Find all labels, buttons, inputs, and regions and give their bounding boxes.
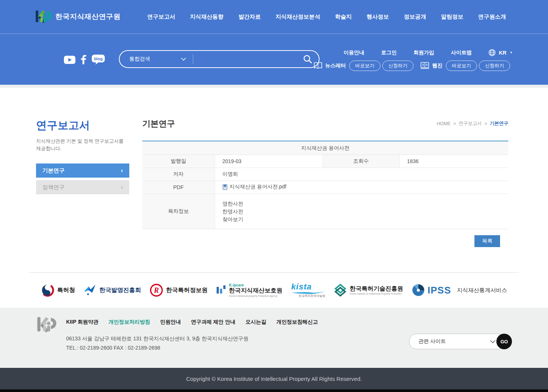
nav-item-journal[interactable]: 학술지 [335, 13, 352, 20]
sidebar-menu: 기본연구 › 정책연구 › [36, 163, 129, 194]
globe-icon [489, 49, 496, 56]
sidebar-item-policy-research[interactable]: 정책연구 › [36, 180, 129, 194]
blog-icon[interactable]: blog [92, 55, 105, 65]
webzine-label: 웹진 [432, 62, 442, 69]
list-button[interactable]: 목록 [474, 235, 500, 247]
link-login[interactable]: 로그인 [381, 49, 397, 56]
toc-value: 영한사전 한영사전 찾아보기 [215, 194, 508, 229]
chevron-down-icon [490, 340, 496, 343]
newsletter-label: 뉴스레터 [325, 62, 346, 69]
nav-item-notices[interactable]: 알림정보 [441, 13, 463, 20]
link-user-guide[interactable]: 이용안내 [344, 49, 364, 56]
newsletter-apply-button[interactable]: 신청하기 [382, 61, 414, 71]
footer-link-privacy[interactable]: 개인정보처리방침 [108, 319, 150, 325]
youtube-icon[interactable] [64, 56, 75, 64]
footer-link-terms[interactable]: KIIP 회원약관 [66, 319, 98, 325]
kipa-logo-icon [84, 284, 96, 297]
search-input[interactable] [193, 52, 302, 67]
partner-kipo[interactable]: 특허청 [41, 284, 75, 297]
search-bar: 통합검색 [119, 50, 320, 68]
partner-brand: K-ipcare [229, 283, 282, 287]
language-value: KR [499, 50, 506, 56]
newsletter-view-button[interactable]: 바로보기 [349, 61, 380, 71]
partner-ipss[interactable]: IPSS 지식재산통계서비스 [412, 284, 507, 297]
related-sites-value: 관련 사이트 [418, 338, 446, 345]
footer-links: KIIP 회원약관 개인정보처리방침 민원안내 연구과제 제안 안내 오시는길 … [66, 319, 318, 325]
partner-name: 한국지식재산보호원 [229, 287, 282, 294]
breadcrumb-research-reports[interactable]: 연구보고서 [458, 120, 482, 127]
partner-name: 한국발명진흥회 [99, 286, 141, 294]
nav-item-info-disclosure[interactable]: 정보공개 [404, 13, 426, 20]
table-row: PDF 지식재산권 용어사전.pdf [142, 181, 508, 194]
link-sitemap[interactable]: 사이트맵 [451, 49, 472, 56]
search-category-select[interactable]: 통합검색 [120, 56, 193, 62]
breadcrumb-current: 기본연구 [490, 120, 508, 127]
partner-name: 한국특허기술진흥원 [350, 285, 403, 292]
kista-logo-text: kista [291, 282, 312, 291]
sidebar-item-basic-research[interactable]: 기본연구 › [36, 163, 129, 178]
nav-item-publications[interactable]: 발간자료 [239, 13, 261, 20]
facebook-icon[interactable] [81, 55, 86, 64]
language-selector[interactable]: KR ▼ [489, 49, 513, 56]
toc-line: 한영사전 [223, 208, 509, 216]
copyright-text: Copyright © Korea Institute of Intellect… [186, 376, 362, 382]
nav-item-research-reports[interactable]: 연구보고서 [147, 13, 175, 20]
webzine-apply-button[interactable]: 신청하기 [479, 61, 510, 71]
author-label: 저자 [142, 168, 215, 181]
sidebar-item-label: 정책연구 [42, 184, 65, 191]
pdf-download-link[interactable]: 지식재산권 용어사전.pdf [223, 184, 286, 190]
footer-link-privacy-report[interactable]: 개인정보침해신고 [276, 319, 318, 325]
related-sites: 관련 사이트 GO [409, 334, 512, 349]
sidebar: 연구보고서 지식재산관련 기본 및 정책 연구보고서를 제공합니다. 기본연구 … [36, 120, 129, 197]
partner-subtitle: Korea Institute of Intellectual Property… [350, 292, 403, 295]
kipi-logo-icon: R [150, 284, 163, 297]
svg-text:blog: blog [94, 56, 103, 61]
link-signup[interactable]: 회원가입 [414, 49, 434, 56]
kiip-footer-logo-icon [36, 314, 58, 335]
partner-kipp[interactable]: 한국특허기술진흥원 Korea Institute of Intellectua… [334, 284, 403, 297]
partner-kista[interactable]: kista 한국특허전략개발원 [291, 282, 325, 298]
social-links: blog [64, 55, 105, 65]
footer-tel-fax: TEL : 02-2189-2600 FAX : 02-2189-2698 [66, 345, 160, 351]
search-category-value: 통합검색 [129, 56, 150, 62]
ipss-pie-icon [412, 284, 425, 297]
header-top: 한국지식재산연구원 연구보고서 지식재산동향 발간자료 지식재산정보분석 학술지… [0, 0, 548, 33]
breadcrumb-separator: > [453, 121, 456, 126]
caret-down-icon: ▼ [510, 51, 513, 54]
footer-link-research-proposal[interactable]: 연구과제 제안 안내 [191, 319, 236, 325]
kipp-logo-icon [334, 284, 347, 297]
newsletter-webzine-bar: 뉴스레터 바로보기 신청하기 웹진 바로보기 신청하기 [314, 61, 512, 71]
breadcrumb: HOME > 연구보고서 > 기본연구 [437, 120, 508, 127]
chevron-right-icon: › [121, 184, 123, 191]
kiip-logo-icon [35, 8, 52, 25]
koipa-logo-icon [216, 284, 226, 297]
chevron-right-icon: › [121, 167, 123, 174]
partner-kipi[interactable]: R 한국특허정보원 [150, 284, 208, 297]
webzine-view-button[interactable]: 바로보기 [446, 61, 477, 71]
footer-link-directions[interactable]: 오시는길 [246, 319, 266, 325]
nav-item-events[interactable]: 행사정보 [367, 13, 389, 20]
related-sites-select[interactable]: 관련 사이트 [409, 334, 505, 349]
bottom-strip [0, 389, 548, 392]
nav-item-ip-trends[interactable]: 지식재산동향 [190, 13, 224, 20]
footer-link-civil-service[interactable]: 민원안내 [160, 319, 181, 325]
views-label: 조회수 [322, 155, 399, 168]
breadcrumb-home[interactable]: HOME [437, 121, 451, 126]
publish-date-label: 발행일 [142, 155, 215, 168]
webzine-icon [420, 62, 429, 69]
partner-kipa[interactable]: 한국발명진흥회 [84, 284, 141, 297]
utility-links: 이용안내 로그인 회원가입 사이트맵 KR ▼ [344, 49, 513, 56]
toc-line: 찾아보기 [223, 216, 509, 223]
partner-koipa[interactable]: K-ipcare 한국지식재산보호원 Korea Intellectual pr… [216, 283, 282, 297]
ipss-logo-text: IPSS [428, 285, 451, 296]
partner-name: 지식재산통계서비스 [457, 287, 507, 294]
header-bottom-strip [0, 85, 548, 88]
nav-item-ip-info-analysis[interactable]: 지식재산정보분석 [276, 13, 320, 20]
author-value: 이명희 [215, 168, 508, 181]
nav-item-about[interactable]: 연구원소개 [478, 13, 506, 20]
table-row: 발행일 2019-03 조회수 1836 [142, 155, 508, 168]
svg-text:R: R [153, 286, 159, 294]
copyright-bar: Copyright © Korea Institute of Intellect… [0, 368, 548, 389]
brand-logo[interactable]: 한국지식재산연구원 [35, 8, 121, 25]
go-button[interactable]: GO [496, 334, 512, 349]
